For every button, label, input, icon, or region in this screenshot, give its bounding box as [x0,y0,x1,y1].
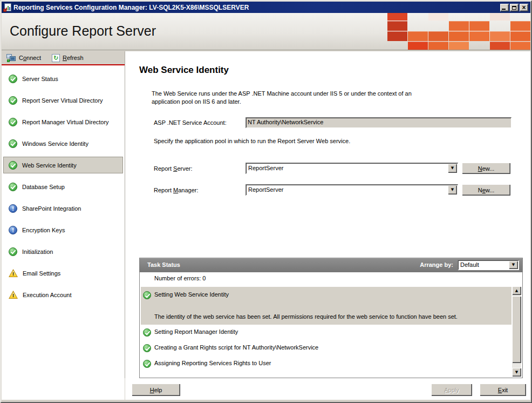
maximize-icon [512,6,516,10]
report-server-label: Report Server: [154,165,193,172]
sidebar-item-encryption-keys[interactable]: Encryption Keys [3,221,123,238]
section-heading: Web Service Identity [139,65,229,76]
task-item-label: Setting Report Manager Identity [154,328,238,335]
sidebar-item-database-setup[interactable]: Database Setup [3,178,123,195]
arrange-by-combo[interactable]: Default ▼ [458,260,519,270]
warning-icon: ! [9,291,18,299]
sidebar-item-sharepoint-integration[interactable]: SharePoint Integration [3,200,123,217]
sidebar-item-report-server-virtual-directory[interactable]: Report Server Virtual Directory [3,92,123,109]
refresh-icon: ↻ [52,54,60,62]
task-item-label: Creating a Grant Rights script for NT Au… [154,344,318,351]
task-item-selected[interactable]: Setting Web Service Identity The identit… [141,287,511,325]
help-button[interactable]: Help [132,384,180,396]
task-item-detail: The identity of the web service has been… [143,313,467,320]
sidebar-divider [125,51,125,378]
info-icon [9,204,17,213]
asp-account-field: NT Authority\NetworkService [245,117,511,128]
title-bar: Reporting Services Configuration Manager… [2,2,530,13]
sidebar-item-label: Server Status [22,76,58,82]
connect-button[interactable]: Connect [4,53,44,63]
success-icon [9,247,17,256]
report-manager-label: Report Manager: [154,187,199,193]
scroll-up-button[interactable]: ▲ [512,286,521,295]
success-icon [9,183,17,191]
success-icon [9,75,17,83]
success-icon [9,139,17,148]
page-title: Configure Report Server [10,23,156,39]
scroll-down-button[interactable]: ▼ [512,368,521,377]
minimize-button[interactable] [500,4,509,11]
sidebar-item-label: Execution Account [23,292,72,298]
close-button[interactable]: × [520,4,528,11]
sidebar-item-web-service-identity[interactable]: Web Service Identity [3,157,123,173]
asp-account-label: ASP .NET Service Account: [154,119,227,126]
chevron-down-icon[interactable]: ▼ [509,261,518,269]
sidebar-item-label: Web Service Identity [22,162,77,169]
success-icon [143,360,151,368]
success-icon [143,291,151,299]
task-status-panel: Task Status Arrange by: Default ▼ Number… [139,258,523,378]
exit-button[interactable]: Exit [480,384,526,396]
header-banner: Configure Report Server [2,13,530,50]
task-item-label: Assigning Reporting Services Rights to U… [154,360,271,366]
task-item[interactable]: Creating a Grant Rights script for NT Au… [141,344,318,352]
sidebar-item-initialization[interactable]: Initialization [3,243,123,260]
info-icon [9,226,17,234]
report-manager-new-button[interactable]: New... [462,184,510,196]
report-manager-combo[interactable]: ReportServer ▼ [245,184,458,196]
sidebar-item-label: Report Manager Virtual Directory [22,119,109,125]
app-window: Reporting Services Configuration Manager… [0,0,532,403]
minimize-icon [502,9,506,10]
success-icon [143,344,151,352]
chevron-down-icon[interactable]: ▼ [448,164,457,173]
section-description: The Web Service runs under the ASP .NET … [152,90,432,106]
report-server-value: ReportServer [248,165,283,171]
task-status-title: Task Status [147,261,180,268]
sidebar-item-server-status[interactable]: Server Status [3,70,123,87]
task-item[interactable]: Setting Report Manager Identity [141,328,238,337]
error-count: Number of errors: 0 [154,275,206,281]
success-icon [9,96,17,105]
maximize-button[interactable] [510,4,519,11]
arrange-by-label: Arrange by: [420,261,453,268]
report-server-new-button[interactable]: New... [462,163,510,174]
sidebar-item-label: Database Setup [22,184,65,190]
connect-label: Connect [19,55,41,61]
task-list: Setting Web Service Identity The identit… [140,286,522,377]
sidebar-item-execution-account[interactable]: ! Execution Account [3,286,123,303]
brand-mosaic [384,13,530,50]
success-icon [9,118,17,126]
task-status-header: Task Status Arrange by: Default ▼ [140,258,522,272]
app-icon [4,3,11,11]
pool-hint: Specify the application pool in which to… [154,138,350,144]
toolbar: Connect ↻ Refresh [2,51,125,64]
scrollbar-thumb[interactable] [512,296,521,363]
refresh-button[interactable]: ↻ Refresh [49,53,86,63]
vertical-scrollbar[interactable]: ▲ ▼ [512,286,521,377]
sidebar-item-label: Windows Service Identity [22,140,88,147]
connect-icon [6,54,16,62]
report-server-combo[interactable]: ReportServer ▼ [245,163,458,174]
success-icon [9,161,17,170]
success-icon [143,328,151,337]
chevron-down-icon[interactable]: ▼ [448,185,457,194]
sidebar-item-label: SharePoint Integration [22,205,81,212]
sidebar-item-label: Initialization [22,248,53,255]
sidebar-item-report-manager-virtual-directory[interactable]: Report Manager Virtual Directory [3,113,123,130]
warning-icon: ! [9,269,18,277]
report-manager-value: ReportServer [248,186,283,193]
sidebar-item-email-settings[interactable]: ! Email Settings [3,265,123,281]
sidebar-item-label: Report Server Virtual Directory [22,97,103,104]
sidebar-item-label: Encryption Keys [22,227,65,233]
refresh-label: Refresh [63,55,84,61]
apply-button: Apply [431,384,472,396]
task-item[interactable]: Assigning Reporting Services Rights to U… [141,360,271,368]
sidebar-item-windows-service-identity[interactable]: Windows Service Identity [3,135,123,152]
task-item-label: Setting Web Service Identity [154,291,229,298]
window-title: Reporting Services Configuration Manager… [13,4,249,11]
close-icon: × [522,5,526,10]
arrange-by-value: Default [460,261,479,268]
sidebar-nav: Server Status Report Server Virtual Dire… [2,65,125,400]
sidebar-item-label: Email Settings [23,270,60,277]
